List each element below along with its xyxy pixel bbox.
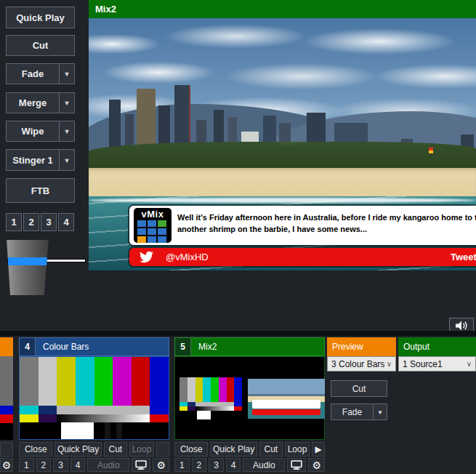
fullscreen-button[interactable] (287, 458, 306, 472)
speaker-icon (454, 320, 469, 332)
loop-button[interactable]: Loop (285, 442, 310, 457)
twitter-handle: @vMixHD (166, 252, 209, 262)
play-button[interactable]: ▶ (312, 442, 325, 457)
tbar-position-indicator (6, 257, 49, 265)
switcher-cut-button[interactable]: Cut (331, 380, 387, 397)
cut-button[interactable]: Cut (259, 442, 283, 457)
quick-play-button[interactable]: Quick Play (210, 442, 257, 457)
gear-icon: ⚙ (2, 460, 12, 470)
tweet-overlay-box: vMix Well it's Friday afternoon here in … (129, 206, 476, 245)
input-5-thumbnail[interactable] (174, 356, 325, 440)
tweet-message: Well it's Friday afternoon here in Austr… (177, 212, 476, 235)
mix-select-3[interactable]: 3 (41, 213, 57, 231)
output-source-dropdown[interactable]: 1 Source1 ∨ (398, 356, 476, 371)
input-5-overlay-row: 1 2 3 4 Audio ⚙ (174, 458, 325, 472)
switcher-fade-button[interactable]: Fade ▾ (331, 403, 387, 420)
input-3-header (0, 337, 13, 356)
gear-icon: ⚙ (156, 460, 166, 470)
tweet-ticker-bar: @vMixHD Tweet us! #vMixHD (129, 248, 476, 266)
close-button[interactable]: Close (174, 442, 208, 457)
input-3-control[interactable] (0, 442, 13, 457)
twitter-bird-icon (140, 250, 153, 264)
mix-preview-title: Mix2 (95, 4, 116, 15)
overlay-1-button[interactable]: 1 (19, 458, 34, 472)
close-button[interactable]: Close (19, 442, 52, 457)
chevron-down-icon[interactable]: ▾ (59, 150, 74, 170)
mix-select-4[interactable]: 4 (58, 213, 74, 231)
merge-button[interactable]: Merge ▾ (6, 92, 75, 113)
tweet-cta: Tweet us! #vMixHD (451, 252, 476, 262)
input-settings-button[interactable]: ⚙ (153, 458, 169, 472)
preview-bus-header: Preview (327, 337, 396, 356)
overlay-1-button[interactable]: 1 (174, 458, 190, 472)
beach-sand-image (89, 168, 476, 200)
input-title: Colour Bars (36, 338, 169, 356)
mini-colour-bars (179, 377, 242, 419)
quick-play-button[interactable]: Quick Play (55, 442, 101, 457)
mix-preview-window: Mix2 vMix (89, 0, 476, 313)
cut-button[interactable]: Cut (6, 35, 75, 56)
audio-button[interactable]: Audio (87, 458, 129, 472)
chevron-down-icon[interactable]: ▾ (59, 121, 74, 141)
input-5-header[interactable]: 5 Mix2 (174, 337, 325, 356)
input-4-overlay-row: 1 2 3 4 Audio ⚙ (19, 458, 169, 472)
mix-select-2[interactable]: 2 (23, 213, 39, 231)
stinger-button[interactable]: Stinger 1 ▾ (6, 149, 75, 171)
tbar-handle[interactable] (6, 240, 49, 295)
chevron-down-icon: ∨ (467, 360, 472, 368)
mix-select-1[interactable]: 1 (6, 213, 22, 231)
input-number-badge: 4 (20, 338, 36, 356)
chevron-down-icon[interactable]: ▾ (59, 93, 74, 113)
audio-button[interactable]: Audio (243, 458, 285, 472)
quick-play-button[interactable]: Quick Play (6, 7, 75, 28)
input-number-badge: 5 (175, 338, 191, 356)
monitor-icon (291, 460, 302, 470)
input-5-controls: Close Quick Play Cut Loop ▶ (174, 442, 325, 457)
vmix-logo: vMix (134, 208, 172, 243)
loop-button[interactable]: Loop (129, 442, 154, 457)
beach-flag-image (429, 148, 433, 153)
chevron-down-icon: ∨ (387, 360, 392, 368)
wipe-button[interactable]: Wipe ▾ (6, 121, 75, 142)
overlay-4-button[interactable]: 4 (70, 458, 86, 472)
input-title: Mix2 (191, 338, 324, 356)
overlay-3-button[interactable]: 3 (209, 458, 224, 472)
overlay-2-button[interactable]: 2 (192, 458, 207, 472)
vmix-window: { "transitions": { "arrow": "▾", "button… (0, 0, 476, 474)
section-divider (0, 331, 476, 336)
chevron-down-icon[interactable]: ▾ (373, 404, 387, 419)
monitor-icon (135, 460, 147, 470)
input-4-thumbnail[interactable] (19, 356, 169, 440)
input-settings-button[interactable]: ⚙ (308, 458, 324, 472)
preview-source-dropdown[interactable]: 3 Colour Bars ∨ (327, 356, 396, 371)
input-4-header[interactable]: 4 Colour Bars (19, 337, 169, 356)
mini-beach-output (248, 379, 325, 419)
input-3-settings-button[interactable]: ⚙ (0, 458, 13, 472)
input-3-thumbnail[interactable] (0, 356, 13, 406)
mix-preview-titlebar: Mix2 (89, 0, 476, 18)
output-bus-header: Output (398, 337, 476, 356)
overlay-2-button[interactable]: 2 (36, 458, 52, 472)
gear-icon: ⚙ (312, 460, 321, 470)
overlay-4-button[interactable]: 4 (226, 458, 241, 472)
vmix-logo-grid (137, 220, 168, 243)
chevron-down-icon[interactable]: ▾ (59, 64, 74, 84)
ftb-button[interactable]: FTB (6, 178, 75, 203)
cut-button[interactable]: Cut (104, 442, 127, 457)
program-video-frame: vMix Well it's Friday afternoon here in … (89, 18, 476, 270)
fullscreen-button[interactable] (132, 458, 150, 472)
fade-button[interactable]: Fade ▾ (6, 63, 75, 84)
spacer-cell (156, 442, 169, 457)
colour-bars-pattern (20, 357, 169, 439)
overlay-3-button[interactable]: 3 (53, 458, 68, 472)
input-4-controls: Close Quick Play Cut Loop (19, 442, 169, 457)
